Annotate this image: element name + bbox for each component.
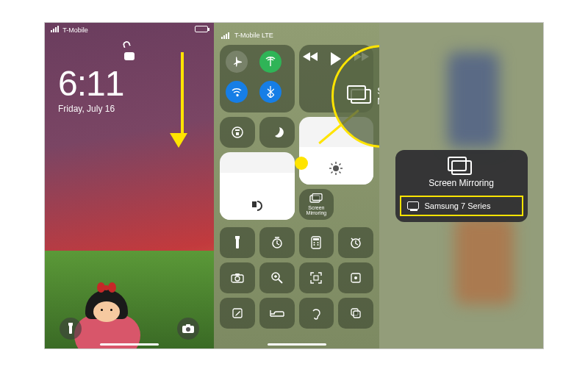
svg-point-16 — [235, 276, 240, 281]
sun-icon — [329, 161, 343, 176]
camera-tile[interactable] — [220, 262, 255, 293]
svg-point-4 — [333, 165, 339, 171]
prev-track-button[interactable] — [303, 52, 318, 105]
svg-rect-19 — [314, 276, 318, 280]
sleep-tile[interactable] — [259, 298, 295, 329]
mirroring-select-panel: Screen Mirroring Samsung 7 Series — [379, 23, 543, 348]
svg-point-12 — [314, 244, 315, 246]
home-indicator[interactable] — [100, 343, 159, 346]
airplane-mode-button[interactable] — [226, 51, 248, 73]
extra-tile-1[interactable] — [338, 262, 373, 293]
next-track-button[interactable] — [354, 52, 369, 105]
unlock-icon — [124, 47, 135, 60]
calculator-tile[interactable] — [299, 227, 334, 258]
status-right — [195, 26, 208, 34]
alarm-tile[interactable] — [338, 227, 373, 258]
home-indicator[interactable] — [268, 343, 326, 346]
speaker-icon — [252, 199, 262, 210]
play-button[interactable] — [331, 52, 341, 105]
svg-rect-6 — [312, 194, 322, 201]
magnifier-tile[interactable] — [259, 262, 295, 293]
swipe-down-arrow — [177, 52, 187, 148]
notes-tile[interactable] — [220, 298, 255, 329]
popup-title: Screen Mirroring — [395, 178, 528, 188]
svg-point-1 — [186, 327, 190, 332]
status-left: T-Mobile — [51, 26, 88, 34]
screen-mirroring-button[interactable]: ScreenMirroring — [299, 189, 334, 220]
carrier-label: T-Mobile — [62, 26, 88, 34]
status-bar: T-Mobile — [45, 23, 214, 37]
connectivity-tile[interactable] — [220, 45, 295, 112]
screen-mirroring-popup: Screen Mirroring Samsung 7 Series — [395, 150, 528, 222]
device-name: Samsung 7 Series — [425, 201, 491, 210]
battery-icon — [195, 26, 208, 32]
svg-rect-24 — [354, 311, 360, 318]
volume-slider[interactable] — [220, 152, 295, 220]
device-row-samsung[interactable]: Samsung 7 Series — [400, 196, 523, 216]
flashlight-tile[interactable] — [220, 227, 255, 258]
svg-rect-17 — [235, 273, 240, 276]
wallpaper-character: PEAN — [85, 290, 128, 319]
bg-blur-shape — [448, 52, 499, 148]
wifi-button[interactable] — [226, 81, 248, 103]
svg-rect-2 — [186, 324, 190, 326]
svg-rect-9 — [313, 238, 319, 240]
svg-point-21 — [354, 276, 357, 279]
callout-dot — [295, 157, 308, 170]
lock-info: 6:11 Friday, July 16 — [45, 37, 214, 118]
shortcuts-tile[interactable] — [338, 298, 373, 329]
signal-bars-icon — [51, 26, 59, 32]
media-tile[interactable] — [299, 45, 374, 112]
screen-mirror-icon — [309, 193, 323, 204]
svg-point-10 — [314, 242, 315, 243]
bg-blur-shape — [455, 216, 514, 304]
svg-point-11 — [318, 242, 319, 243]
control-center-panel: T-Mobile LTE — [214, 23, 379, 348]
bluetooth-button[interactable] — [259, 81, 282, 103]
flashlight-button[interactable] — [60, 318, 82, 340]
qr-scanner-tile[interactable] — [299, 262, 334, 293]
svg-point-13 — [318, 244, 319, 246]
rotation-lock-button[interactable] — [220, 117, 255, 148]
hearing-tile[interactable] — [299, 298, 334, 329]
camera-button[interactable] — [177, 318, 199, 340]
cc-status-bar: T-Mobile LTE — [214, 23, 379, 42]
screen-mirroring-label: ScreenMirroring — [306, 205, 327, 215]
timer-tile[interactable] — [259, 227, 295, 258]
screen-mirror-icon — [451, 160, 472, 175]
lock-screen-panel: T-Mobile 6:11 Friday, July 16 PEAN — [45, 23, 214, 348]
do-not-disturb-button[interactable] — [259, 117, 295, 148]
tv-icon — [407, 201, 419, 210]
signal-bars-icon — [221, 32, 229, 39]
cellular-data-button[interactable] — [259, 51, 282, 73]
carrier-label: T-Mobile LTE — [234, 32, 273, 39]
